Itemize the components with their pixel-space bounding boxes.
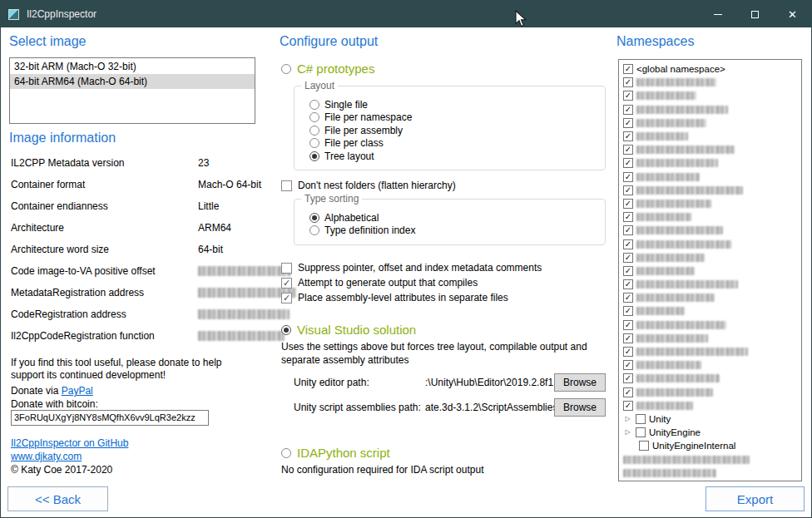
option-checkbox-row[interactable]: ✓Attempt to generate output that compile… bbox=[281, 275, 542, 290]
namespace-checkbox[interactable]: ✓ bbox=[623, 172, 633, 182]
namespace-item[interactable]: ✓ bbox=[623, 224, 801, 237]
image-listbox[interactable]: 32-bit ARM (Mach-O 32-bit)64-bit ARM64 (… bbox=[9, 57, 255, 124]
namespace-checkbox[interactable]: ✓ bbox=[623, 253, 633, 263]
namespace-item[interactable]: ✓ bbox=[623, 156, 801, 170]
namespace-checkbox[interactable]: ✓ bbox=[623, 64, 633, 74]
paypal-link[interactable]: PayPal bbox=[62, 385, 93, 397]
namespace-item[interactable]: ✓ bbox=[623, 264, 801, 278]
namespace-item[interactable]: ✓ bbox=[623, 76, 801, 89]
namespace-checkbox[interactable]: ✓ bbox=[623, 279, 633, 289]
browse-button[interactable]: Browse bbox=[554, 373, 606, 392]
namespace-checkbox[interactable]: ✓ bbox=[623, 131, 633, 141]
namespace-checkbox[interactable]: ✓ bbox=[623, 333, 633, 343]
expander-icon[interactable]: ▷ bbox=[623, 429, 632, 436]
namespace-checkbox[interactable]: ✓ bbox=[623, 347, 633, 357]
expander-icon[interactable]: ▷ bbox=[623, 416, 632, 422]
namespace-checkbox[interactable]: ✓ bbox=[623, 185, 633, 195]
namespace-checkbox[interactable]: ✓ bbox=[623, 373, 633, 383]
namespace-item[interactable]: ✓ bbox=[623, 130, 801, 143]
option-checkbox-row[interactable]: ✓Place assembly-level attributes in sepa… bbox=[281, 290, 542, 305]
info-label: Il2CppCodeRegistration function bbox=[11, 330, 155, 342]
visual-studio-label: Visual Studio solution bbox=[297, 323, 416, 337]
layout-option[interactable]: File per assembly bbox=[309, 124, 605, 137]
bitcoin-address-field[interactable]: 3FoRUqUXgYj8NY8sMQfhX6vv9LqR3e2kzz bbox=[11, 410, 209, 426]
namespace-checkbox[interactable] bbox=[636, 414, 646, 424]
namespace-item[interactable]: ✓ bbox=[623, 210, 801, 224]
namespace-checkbox[interactable]: ✓ bbox=[623, 239, 633, 249]
namespace-checkbox[interactable]: ✓ bbox=[623, 306, 633, 316]
namespace-item[interactable]: ✓ bbox=[623, 251, 801, 264]
info-row: Container formatMach-O 64-bit bbox=[11, 179, 255, 200]
namespace-item[interactable]: ✓ bbox=[623, 170, 801, 184]
namespace-checkbox[interactable] bbox=[636, 427, 646, 437]
namespace-item[interactable]: UnityEngineInternal bbox=[623, 439, 801, 452]
namespace-item[interactable]: ✓ bbox=[623, 143, 801, 156]
namespace-checkbox[interactable]: ✓ bbox=[623, 105, 633, 115]
namespace-list[interactable]: ✓<global namespace>✓✓✓✓✓✓✓✓✓✓✓✓✓✓✓✓✓✓✓✓✓… bbox=[618, 59, 802, 481]
namespace-checkbox[interactable]: ✓ bbox=[623, 118, 633, 128]
namespace-item[interactable]: ✓ bbox=[623, 399, 801, 412]
namespace-checkbox[interactable]: ✓ bbox=[623, 360, 633, 370]
namespace-item[interactable]: ✓ bbox=[623, 103, 801, 116]
layout-option[interactable]: File per class bbox=[309, 137, 605, 150]
option-checkbox-row[interactable]: Suppress pointer, offset and index metad… bbox=[281, 260, 542, 275]
redacted-value bbox=[198, 266, 291, 276]
type-sorting-option[interactable]: Type definition index bbox=[309, 224, 605, 238]
export-button[interactable]: Export bbox=[706, 486, 805, 511]
namespace-checkbox[interactable]: ✓ bbox=[623, 401, 633, 411]
idapython-radio[interactable]: IDAPython script bbox=[281, 446, 390, 460]
namespace-item[interactable]: ✓ bbox=[623, 291, 801, 304]
namespace-checkbox[interactable]: ✓ bbox=[623, 91, 633, 101]
close-button[interactable]: ✕ bbox=[774, 1, 811, 27]
flatten-checkbox-row[interactable]: Don't nest folders (flatten hierarchy) bbox=[281, 180, 456, 191]
back-button[interactable]: << Back bbox=[7, 486, 108, 511]
namespace-item[interactable]: ✓ bbox=[623, 304, 801, 318]
namespace-item[interactable]: ✓ bbox=[623, 89, 801, 102]
namespace-checkbox[interactable]: ✓ bbox=[623, 320, 633, 330]
namespace-item[interactable]: ✓ bbox=[623, 197, 801, 210]
type-sorting-option[interactable]: Alphabetical bbox=[309, 211, 605, 224]
namespace-item[interactable]: ✓ bbox=[623, 332, 801, 345]
layout-option[interactable]: Tree layout bbox=[309, 150, 605, 163]
namespace-item[interactable]: ✓ bbox=[623, 386, 801, 399]
namespace-item[interactable] bbox=[623, 466, 801, 480]
visual-studio-radio[interactable]: Visual Studio solution bbox=[281, 323, 416, 337]
website-link[interactable]: www.djkaty.com bbox=[11, 451, 82, 462]
namespace-item[interactable]: ▷UnityEngine bbox=[623, 426, 801, 439]
namespace-checkbox[interactable]: ✓ bbox=[623, 266, 633, 276]
namespace-checkbox[interactable]: ✓ bbox=[623, 293, 633, 303]
image-list-item[interactable]: 64-bit ARM64 (Mach-O 64-bit) bbox=[10, 74, 255, 89]
namespace-item[interactable]: ✓ bbox=[623, 237, 801, 250]
namespace-checkbox[interactable]: ✓ bbox=[623, 225, 633, 235]
namespace-item[interactable]: ✓ bbox=[623, 116, 801, 130]
layout-option[interactable]: File per namespace bbox=[309, 111, 605, 125]
select-image-heading: Select image bbox=[9, 34, 87, 49]
namespace-checkbox[interactable]: ✓ bbox=[623, 212, 633, 222]
namespace-checkbox[interactable]: ✓ bbox=[623, 387, 633, 397]
github-link[interactable]: Il2CppInspector on GitHub bbox=[11, 437, 128, 449]
namespace-checkbox[interactable]: ✓ bbox=[623, 158, 633, 168]
namespace-checkbox[interactable]: ✓ bbox=[623, 145, 633, 155]
namespace-checkbox[interactable]: ✓ bbox=[623, 77, 633, 87]
namespace-item[interactable]: ✓ bbox=[623, 345, 801, 358]
namespace-checkbox[interactable]: ✓ bbox=[623, 199, 633, 209]
namespace-item[interactable]: ✓ bbox=[623, 184, 801, 197]
namespace-item[interactable]: ✓<global namespace> bbox=[623, 62, 801, 76]
namespace-item[interactable]: ✓ bbox=[623, 358, 801, 372]
minimize-button[interactable] bbox=[699, 1, 736, 27]
radio-icon bbox=[309, 126, 319, 136]
namespace-item[interactable]: ✓ bbox=[623, 372, 801, 385]
path-field-value[interactable]: ate.3d-3.1.2\ScriptAssemblies bbox=[425, 402, 554, 413]
namespace-checkbox[interactable] bbox=[639, 441, 649, 451]
type-sorting-groupbox: Type sorting AlphabeticalType definition… bbox=[294, 199, 606, 245]
namespace-item[interactable]: ✓ bbox=[623, 278, 801, 291]
namespace-item[interactable]: ▷Unity bbox=[623, 412, 801, 426]
csharp-prototypes-radio[interactable]: C# prototypes bbox=[281, 62, 374, 76]
namespace-item[interactable]: ✓ bbox=[623, 318, 801, 332]
maximize-button[interactable] bbox=[736, 1, 774, 27]
namespace-item[interactable] bbox=[623, 452, 801, 466]
browse-button[interactable]: Browse bbox=[554, 398, 606, 417]
layout-option[interactable]: Single file bbox=[309, 98, 605, 111]
image-list-item[interactable]: 32-bit ARM (Mach-O 32-bit) bbox=[10, 59, 255, 74]
path-field-value[interactable]: :\Unity\Hub\Editor\2019.2.8f1 bbox=[425, 377, 554, 388]
